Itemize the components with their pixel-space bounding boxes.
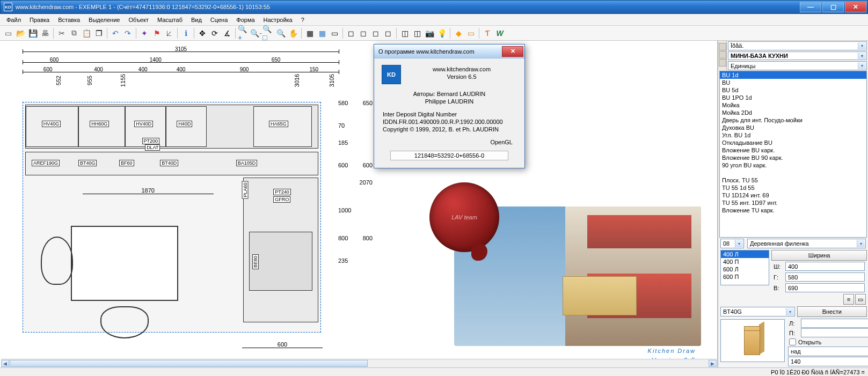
- finish-name-combo[interactable]: Деревянная филенка▾: [747, 239, 866, 248]
- camera-icon[interactable]: 📷: [424, 27, 435, 39]
- side-tab-3[interactable]: [719, 59, 726, 67]
- tool-icon[interactable]: ⟀: [163, 27, 175, 39]
- list-item[interactable]: Плоск. TU 55: [720, 176, 866, 184]
- w-icon[interactable]: W: [494, 27, 506, 39]
- new-icon[interactable]: ▭: [2, 27, 14, 39]
- list-item[interactable]: [720, 169, 866, 176]
- zoom-fit-icon[interactable]: 🔍□: [262, 27, 274, 39]
- menu-object[interactable]: Объект: [124, 16, 152, 24]
- menu-view[interactable]: Вид: [187, 16, 206, 24]
- list-item[interactable]: Мойка: [720, 101, 866, 109]
- paste-icon[interactable]: 📋: [81, 27, 92, 39]
- d-input[interactable]: [785, 272, 865, 282]
- layer1-icon[interactable]: ▦: [304, 27, 316, 39]
- p-input[interactable]: [801, 328, 868, 337]
- list-item[interactable]: Мойка 2Dd: [720, 109, 866, 116]
- redo-icon[interactable]: ↷: [122, 27, 134, 39]
- list-item[interactable]: BU: [720, 79, 866, 86]
- wizard-icon[interactable]: ✦: [138, 27, 150, 39]
- print-icon[interactable]: 🖶: [39, 27, 51, 39]
- view1-icon[interactable]: ◻: [345, 27, 357, 39]
- preset-combo[interactable]: Ïðåä.▾: [728, 41, 867, 50]
- view4-icon[interactable]: ◻: [382, 27, 394, 39]
- info-icon[interactable]: ℹ: [180, 27, 192, 39]
- render2-icon[interactable]: ◫: [411, 27, 423, 39]
- list-item[interactable]: Угл. BU 1d: [720, 131, 866, 139]
- menu-form[interactable]: Форма: [232, 16, 259, 24]
- width-button[interactable]: Ширина: [771, 250, 867, 261]
- rotate-icon[interactable]: ⟳: [209, 27, 221, 39]
- cut-icon[interactable]: ✂: [56, 27, 68, 39]
- list-item[interactable]: 90 угол BU карк.: [720, 161, 866, 169]
- view2-icon[interactable]: ◻: [358, 27, 369, 39]
- list-item[interactable]: TU 55 1d 55: [720, 184, 866, 191]
- flag-icon[interactable]: ⚑: [151, 27, 163, 39]
- size-list[interactable]: 400 Л400 П600 Л600 П: [720, 250, 769, 285]
- palette-icon[interactable]: ▭: [465, 27, 477, 39]
- view3-icon[interactable]: ◻: [370, 27, 382, 39]
- side-tab-2[interactable]: [719, 51, 726, 58]
- open-checkbox[interactable]: [789, 338, 796, 345]
- position-combo[interactable]: над▾: [788, 346, 868, 356]
- insert-button[interactable]: Внести: [797, 306, 867, 317]
- undo-icon[interactable]: ↶: [110, 27, 121, 39]
- render1-icon[interactable]: ◫: [399, 27, 411, 39]
- list-item[interactable]: Вложение BU карк.: [720, 146, 866, 154]
- menu-insert[interactable]: Вставка: [54, 16, 84, 24]
- h-input[interactable]: [785, 283, 865, 292]
- copy-icon[interactable]: ⧉: [68, 27, 80, 39]
- move-icon[interactable]: ✥: [196, 27, 208, 39]
- group-combo[interactable]: Единицы▾: [728, 61, 867, 70]
- list-item[interactable]: 600 Л: [721, 266, 769, 273]
- tool-small-2[interactable]: ▭: [855, 294, 866, 305]
- list-item[interactable]: Дверь для инт. Посудо-мойки: [720, 116, 866, 124]
- menu-select[interactable]: Выделение: [84, 16, 124, 24]
- l-input[interactable]: [801, 319, 868, 328]
- scroll-right-icon[interactable]: ▶: [709, 360, 717, 367]
- scroll-left-icon[interactable]: ◀: [1, 360, 9, 367]
- about-close-button[interactable]: ✕: [502, 46, 523, 57]
- maximize-button[interactable]: ▢: [822, 2, 844, 12]
- measure-icon[interactable]: ∡: [221, 27, 233, 39]
- list-item[interactable]: Духовка BU: [720, 124, 866, 131]
- layer3-icon[interactable]: ▭: [329, 27, 340, 39]
- save-icon[interactable]: 💾: [27, 27, 39, 39]
- zoom-window-icon[interactable]: 🔍: [275, 27, 287, 39]
- item-list[interactable]: BU 1dBUBU 5dBU 1PO 1dМойкаМойка 2DdДверь…: [719, 71, 867, 238]
- list-item[interactable]: BU 1PO 1d: [720, 94, 866, 101]
- list-item[interactable]: Вложение BU 90 карк.: [720, 154, 866, 161]
- pan-icon[interactable]: ✋: [287, 27, 299, 39]
- menu-scene[interactable]: Сцена: [206, 16, 232, 24]
- list-item[interactable]: 400 Л: [721, 250, 769, 258]
- tool-small-1[interactable]: ≡: [843, 294, 854, 305]
- list-item[interactable]: Вложение TU карк.: [720, 207, 866, 214]
- close-button[interactable]: ✕: [845, 2, 866, 12]
- menu-file[interactable]: Файл: [2, 16, 25, 24]
- list-item[interactable]: BU 1d: [720, 71, 866, 79]
- menu-edit[interactable]: Правка: [25, 16, 54, 24]
- list-item[interactable]: BU 5d: [720, 86, 866, 94]
- side-tab-1[interactable]: [719, 43, 726, 50]
- w-input[interactable]: [785, 262, 865, 271]
- open-icon[interactable]: 📂: [14, 27, 26, 39]
- list-item[interactable]: TU 1D124 инт. 69: [720, 191, 866, 199]
- code-combo[interactable]: BT40G▾: [720, 307, 795, 316]
- menu-help[interactable]: ?: [297, 16, 309, 24]
- light-icon[interactable]: 💡: [436, 27, 448, 39]
- finish-code-combo[interactable]: 08▾: [720, 239, 744, 248]
- list-item[interactable]: 600 П: [721, 273, 769, 281]
- zoom-in-icon[interactable]: 🔍+: [238, 27, 250, 39]
- zoom-out-icon[interactable]: 🔍-: [250, 27, 262, 39]
- layer2-icon[interactable]: ▦: [316, 27, 328, 39]
- catalog-combo[interactable]: МИНИ-БАЗА КУХНИ▾: [728, 51, 867, 61]
- h-scrollbar[interactable]: ◀ ▶: [1, 359, 717, 367]
- list-item[interactable]: TU 55 инт. 1D97 инт.: [720, 199, 866, 207]
- scroll-thumb[interactable]: [10, 360, 368, 367]
- canvas[interactable]: 3105 600 1400 650 600 400 400 400 900 15…: [0, 41, 718, 367]
- minimize-button[interactable]: —: [800, 2, 821, 12]
- duplicate-icon[interactable]: ❐: [93, 27, 105, 39]
- menu-scale[interactable]: Масштаб: [153, 16, 187, 24]
- num-combo[interactable]: 140▾: [788, 357, 868, 366]
- curve-icon[interactable]: Ƭ: [482, 27, 493, 39]
- about-titlebar[interactable]: О программе www.kitchendraw.com ✕: [374, 45, 524, 58]
